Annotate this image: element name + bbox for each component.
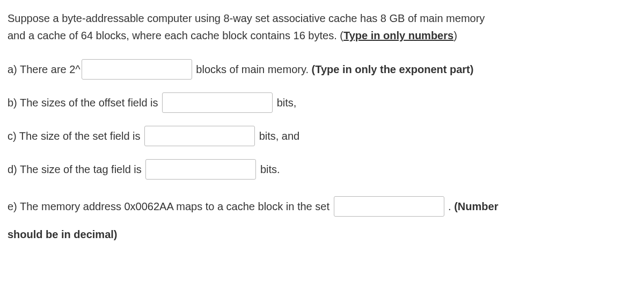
qc-input[interactable] xyxy=(144,126,255,146)
qd-input[interactable] xyxy=(145,159,256,180)
question-a-row: a) There are 2^ blocks of main memory. (… xyxy=(8,59,636,80)
qb-input[interactable] xyxy=(162,92,273,113)
qb-pre: b) The sizes of the offset field is xyxy=(8,95,161,111)
qb-post: bits, xyxy=(274,95,296,111)
question-c-row: c) The size of the set field is bits, an… xyxy=(8,126,636,146)
qc-post: bits, and xyxy=(256,128,299,144)
qe-post-plain: . xyxy=(445,192,455,220)
qa-pre: a) There are 2^ xyxy=(8,61,80,77)
intro-line2a: and a cache of 64 blocks, where each cac… xyxy=(8,30,343,41)
qe-input[interactable] xyxy=(334,196,444,217)
qe-pre: e) The memory address 0x0062AA maps to a… xyxy=(8,192,333,220)
question-e-row: e) The memory address 0x0062AA maps to a… xyxy=(8,192,636,248)
intro-underline: Type in only numbers xyxy=(343,30,453,41)
question-intro: Suppose a byte-addressable computer usin… xyxy=(8,10,636,44)
qd-pre: d) The size of the tag field is xyxy=(8,161,144,177)
qa-post-bold: (Type in only the exponent part) xyxy=(312,61,474,77)
intro-line2b: ) xyxy=(453,30,457,41)
qe-post-bold2: should be in decimal) xyxy=(8,220,117,248)
question-b-row: b) The sizes of the offset field is bits… xyxy=(8,92,636,113)
qa-post-plain: blocks of main memory. xyxy=(193,61,312,77)
qd-post: bits. xyxy=(257,161,280,177)
qa-input[interactable] xyxy=(82,59,192,80)
question-d-row: d) The size of the tag field is bits. xyxy=(8,159,636,180)
qc-pre: c) The size of the set field is xyxy=(8,128,143,144)
intro-line1: Suppose a byte-addressable computer usin… xyxy=(8,12,485,24)
qe-post-bold1: (Number xyxy=(454,192,498,220)
